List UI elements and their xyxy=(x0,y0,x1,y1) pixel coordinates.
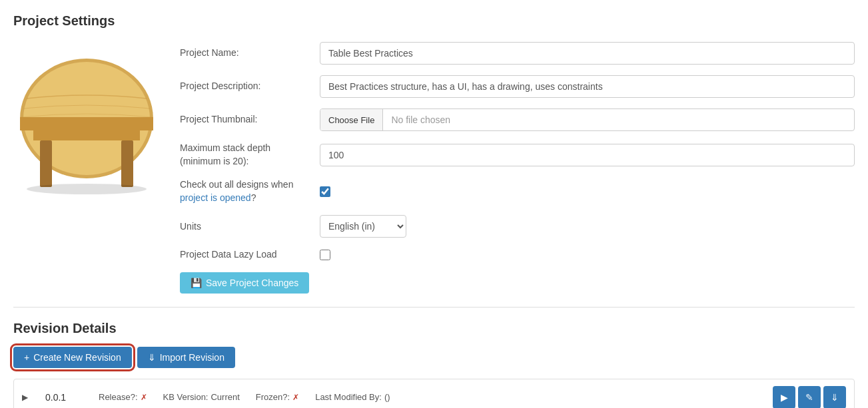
plus-icon: + xyxy=(24,352,29,363)
project-name-label: Project Name: xyxy=(180,47,320,60)
edit-icon: ✎ xyxy=(805,392,813,403)
lazy-load-row: Project Data Lazy Load xyxy=(180,248,855,262)
settings-form: Project Name: Project Description: Proje… xyxy=(180,42,855,294)
no-file-text: No file chosen xyxy=(383,114,458,125)
svg-rect-5 xyxy=(121,140,133,187)
units-select[interactable]: English (in) Metric (mm) xyxy=(320,215,406,238)
revision-details-section: Revision Details + Create New Revision ⇓… xyxy=(13,307,855,408)
project-name-row: Project Name: xyxy=(180,42,855,65)
lazy-load-checkbox-wrapper xyxy=(320,250,330,260)
release-label: Release?: xyxy=(99,392,138,402)
checkout-label: Check out all designs when project is op… xyxy=(180,178,320,204)
import-revision-label: Import Revision xyxy=(160,352,224,363)
revision-row: ▶ 0.0.1 Release?: ✗ KB Version: Current … xyxy=(13,379,855,408)
units-label: Units xyxy=(180,220,320,234)
max-stack-depth-input[interactable] xyxy=(320,144,855,166)
edit-revision-button[interactable]: ✎ xyxy=(798,386,821,408)
chevron-right-icon: ▶ xyxy=(22,393,28,402)
project-opened-link[interactable]: project is opened xyxy=(180,192,251,203)
project-description-input[interactable] xyxy=(320,75,855,98)
create-revision-label: Create New Revision xyxy=(33,352,121,363)
checkout-checkbox-wrapper xyxy=(320,186,330,197)
release-value: ✗ xyxy=(141,393,147,402)
svg-rect-2 xyxy=(20,117,153,130)
version-number: 0.0.1 xyxy=(45,392,85,403)
save-project-button[interactable]: 💾 Save Project Changes xyxy=(180,272,309,294)
create-new-revision-button[interactable]: + Create New Revision xyxy=(13,347,132,368)
choose-file-button[interactable]: Choose File xyxy=(320,109,383,130)
file-input-wrapper: Choose File No file chosen xyxy=(320,108,855,131)
save-button-label: Save Project Changes xyxy=(206,278,298,288)
revision-info: ▶ 0.0.1 Release?: ✗ KB Version: Current … xyxy=(22,392,773,403)
lazy-load-checkbox[interactable] xyxy=(320,250,330,260)
play-icon: ▶ xyxy=(781,392,788,403)
svg-point-6 xyxy=(27,184,147,194)
save-icon: 💾 xyxy=(191,278,202,288)
svg-rect-3 xyxy=(33,130,140,140)
revision-buttons-group: + Create New Revision ⇓ Import Revision xyxy=(13,347,855,368)
checkout-row: Check out all designs when project is op… xyxy=(180,178,855,204)
svg-rect-4 xyxy=(40,140,52,187)
release-status: Release?: ✗ xyxy=(99,392,147,402)
units-row: Units English (in) Metric (mm) xyxy=(180,215,855,238)
project-name-input[interactable] xyxy=(320,42,855,65)
frozen-label: Frozen?: xyxy=(256,392,290,402)
kb-version-value: Current xyxy=(211,392,239,402)
max-stack-depth-row: Maximum stack depth (minimum is 20): xyxy=(180,142,855,168)
revision-metadata: Release?: ✗ KB Version: Current Frozen?:… xyxy=(99,392,773,402)
project-thumbnail-row: Project Thumbnail: Choose File No file c… xyxy=(180,108,855,131)
page-title: Project Settings xyxy=(13,13,855,29)
play-revision-button[interactable]: ▶ xyxy=(773,386,795,408)
kb-version-status: KB Version: Current xyxy=(163,392,240,402)
export-revision-button[interactable]: ⇓ xyxy=(823,386,846,408)
revision-action-buttons: ▶ ✎ ⇓ xyxy=(773,386,846,408)
last-modified-status: Last Modified By: () xyxy=(315,392,390,402)
download-icon: ⇓ xyxy=(148,352,156,363)
frozen-status: Frozen?: ✗ xyxy=(256,392,299,402)
checkout-checkbox[interactable] xyxy=(320,186,330,197)
project-description-label: Project Description: xyxy=(180,80,320,93)
lazy-load-label: Project Data Lazy Load xyxy=(180,248,320,262)
modified-value: () xyxy=(384,392,390,402)
modified-label: Last Modified By: xyxy=(315,392,382,402)
export-icon: ⇓ xyxy=(831,392,839,403)
project-description-row: Project Description: xyxy=(180,75,855,98)
max-stack-depth-label: Maximum stack depth (minimum is 20): xyxy=(180,142,320,168)
revision-details-title: Revision Details xyxy=(13,321,855,336)
project-thumbnail-label: Project Thumbnail: xyxy=(180,113,320,126)
import-revision-button[interactable]: ⇓ Import Revision xyxy=(137,347,235,368)
project-thumbnail-preview xyxy=(13,42,160,222)
kb-version-label: KB Version: xyxy=(163,392,209,402)
frozen-value: ✗ xyxy=(292,393,299,402)
